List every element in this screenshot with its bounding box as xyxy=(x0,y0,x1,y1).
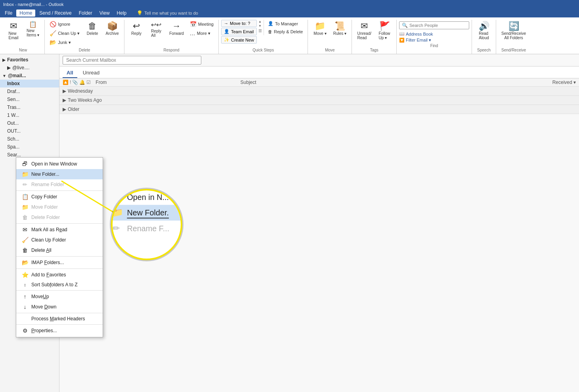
new-items-button[interactable]: 📋 NewItems ▾ xyxy=(24,20,42,39)
received-sort-arrow: ▾ xyxy=(573,80,576,85)
sidebar-item-sent[interactable]: Sen... xyxy=(0,95,59,103)
ribbon-group-respond: ↩ Reply ↩↩ ReplyAll → Forward 📅 Meeting xyxy=(124,20,219,54)
ctx-open-new-window[interactable]: 🗗 Open in New Window xyxy=(16,159,103,169)
ctx-add-fav-label: Add to Favorites xyxy=(31,272,66,278)
address-book-link[interactable]: 📖 Address Book xyxy=(399,31,469,36)
section-two-weeks-arrow: ▶ xyxy=(63,97,66,103)
reply-delete-button[interactable]: 🗑 Reply & Delete xyxy=(266,28,305,35)
ctx-new-folder[interactable]: 📁 New Folder... xyxy=(16,169,103,179)
to-manager-button[interactable]: 👤 To Manager xyxy=(266,20,305,27)
cleanup-label: Clean Up ▾ xyxy=(58,31,80,36)
section-older-arrow: ▶ xyxy=(63,107,66,112)
ctx-imap-folders[interactable]: 📂 IMAP Folders... xyxy=(16,257,103,268)
junk-label: Junk ▾ xyxy=(58,40,71,45)
flag-icon: ! xyxy=(70,80,71,85)
section-wednesday[interactable]: ▶ Wednesday xyxy=(59,87,579,96)
favorites-header[interactable]: ▶ Favorites xyxy=(0,56,59,64)
qs-down-arrow[interactable]: ▼ xyxy=(258,24,263,28)
sidebar-item-scheduled[interactable]: Sch... xyxy=(0,135,59,143)
ctx-delete-folder[interactable]: 🗑 Delete Folder xyxy=(16,212,103,223)
archive-button[interactable]: 📦 Archive xyxy=(103,20,122,38)
ribbon-content: ✉ NewEmail 📋 NewItems ▾ New 🚫 Ignore xyxy=(0,18,579,54)
delete-button[interactable]: 🗑 Delete xyxy=(83,20,102,38)
ctx-add-favorites[interactable]: ⭐ Add to Favorites xyxy=(16,270,103,280)
reply-button[interactable]: ↩ Reply xyxy=(127,20,146,38)
ctx-move-down[interactable]: ↓ Move Down xyxy=(16,302,103,312)
meeting-button[interactable]: 📅 Meeting xyxy=(187,20,216,29)
ctx-move-folder-icon: 📁 xyxy=(22,204,28,210)
section-two-weeks-ago[interactable]: ▶ Two Weeks Ago xyxy=(59,96,579,105)
from-column-header[interactable]: From xyxy=(92,80,239,85)
title-text: Inbox - name@mail... - Outlook xyxy=(3,2,63,7)
section-older[interactable]: ▶ Older xyxy=(59,105,579,114)
sidebar-item-drafts[interactable]: Draf... xyxy=(0,88,59,95)
filter-email-link[interactable]: 🔽 Filter Email ▾ xyxy=(399,38,469,43)
spam-label: Spa... xyxy=(7,144,19,150)
send-receive-all-button[interactable]: 🔄 Send/ReceiveAll Folders xyxy=(499,20,529,42)
section-wednesday-arrow: ▶ xyxy=(63,88,66,94)
send-receive-all-label: Send/ReceiveAll Folders xyxy=(501,31,526,40)
subject-column-header[interactable]: Subject xyxy=(241,80,527,85)
ctx-clean-up-folder[interactable]: 🧹 Clean Up Folder xyxy=(16,235,103,245)
sidebar-account1[interactable]: ▶ @live.... xyxy=(0,64,59,72)
ctx-delete-all[interactable]: 🗑 Delete All xyxy=(16,245,103,255)
search-mailbox-input[interactable] xyxy=(63,56,201,65)
menu-send-receive[interactable]: Send / Receive xyxy=(36,10,75,17)
menu-folder[interactable]: Folder xyxy=(76,10,96,17)
account2-header[interactable]: ▼ @mail... xyxy=(0,72,59,80)
ignore-label: Ignore xyxy=(58,22,70,27)
menu-home[interactable]: Home xyxy=(16,10,35,17)
ctx-process-headers[interactable]: Process Marked Headers xyxy=(16,314,103,323)
more-respond-button[interactable]: … More ▾ xyxy=(187,29,216,38)
quicksteps-group-label: Quick Steps xyxy=(252,47,274,54)
new-buttons: ✉ NewEmail 📋 NewItems ▾ xyxy=(4,20,42,47)
ctx-mark-all-read-icon: ✉ xyxy=(22,226,28,233)
menu-help[interactable]: Help xyxy=(114,10,130,17)
unread-read-label: Unread/Read xyxy=(357,31,371,40)
ctx-move-up[interactable]: ↑ MoveUp xyxy=(16,291,103,302)
menu-file[interactable]: File xyxy=(2,10,15,17)
qs-more-arrow[interactable]: ☰ xyxy=(258,29,263,33)
ctx-rename-folder[interactable]: ✏ Rename Folder xyxy=(16,179,103,190)
account2-label: @mail... xyxy=(8,73,26,78)
ctx-move-down-icon: ↓ xyxy=(22,304,28,310)
ctx-move-folder[interactable]: 📁 Move Folder xyxy=(16,202,103,212)
sidebar-item-outbox2[interactable]: OUT... xyxy=(0,127,59,135)
search-people-input[interactable] xyxy=(409,23,461,28)
cleanup-button[interactable]: 🧹 Clean Up ▾ xyxy=(47,29,82,38)
move-btn[interactable]: 📁 Move ▾ xyxy=(310,20,329,38)
sidebar-item-outbox[interactable]: Out... xyxy=(0,119,59,127)
ctx-mark-all-read[interactable]: ✉ Mark All as Read xyxy=(16,225,103,235)
mag-open-label: Open in N... xyxy=(127,193,169,202)
ctx-delete-all-icon: 🗑 xyxy=(22,247,28,253)
tab-unread[interactable]: Unread xyxy=(79,68,104,78)
sidebar-item-spam[interactable]: Spa... xyxy=(0,143,59,151)
qs-up-arrow[interactable]: ▲ xyxy=(258,20,263,23)
ctx-properties[interactable]: ⚙ Properties... xyxy=(16,325,103,336)
sidebar-item-trash[interactable]: Tras... xyxy=(0,103,59,111)
forward-button[interactable]: → Forward xyxy=(166,20,187,38)
delete-group-label: Delete xyxy=(79,47,90,54)
reply-all-button[interactable]: ↩↩ ReplyAll xyxy=(147,20,166,40)
rules-btn[interactable]: 📜 Rules ▾ xyxy=(330,20,349,38)
qs-team-email[interactable]: 👤 Team Email xyxy=(221,28,257,35)
more-respond-label: More ▾ xyxy=(197,31,210,36)
magnifier-content: 🗗 Open in N... 📁 New Folder. ✏ Rename F.… xyxy=(111,189,182,244)
ctx-move-down-label: Move Down xyxy=(31,304,56,310)
read-aloud-button[interactable]: 🔊 ReadAloud xyxy=(474,20,493,42)
tab-all[interactable]: All xyxy=(63,68,77,78)
ignore-button[interactable]: 🚫 Ignore xyxy=(47,20,82,29)
follow-up-button[interactable]: 🚩 FollowUp ▾ xyxy=(375,20,394,42)
qs-move-to[interactable]: → Move to: ? xyxy=(221,20,257,27)
ctx-copy-folder[interactable]: 📋 Copy Folder xyxy=(16,192,103,202)
received-column-header[interactable]: Received ▾ xyxy=(528,80,576,85)
junk-button[interactable]: 📂 Junk ▾ xyxy=(47,38,82,47)
new-email-button[interactable]: ✉ NewEmail xyxy=(4,20,23,42)
menu-view[interactable]: View xyxy=(96,10,113,17)
qs-create-new[interactable]: ✨ Create New xyxy=(221,36,257,44)
unread-read-button[interactable]: ✉ Unread/Read xyxy=(354,20,374,42)
sidebar-item-inbox[interactable]: Inbox xyxy=(0,80,59,88)
ctx-sort-subfolders[interactable]: ↕ Sort Subfolders A to Z xyxy=(16,280,103,289)
tell-me-input[interactable]: Tell me what you want to do xyxy=(144,11,198,15)
sidebar-item-1week[interactable]: 1 W... xyxy=(0,111,59,119)
